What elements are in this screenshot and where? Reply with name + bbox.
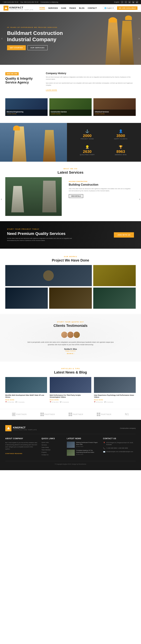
footer-logo-name: KINGFACT bbox=[13, 426, 26, 429]
project-item-2[interactable] bbox=[93, 265, 136, 286]
news-title-1: Monthly Web Development Was WebP State O… bbox=[5, 394, 47, 398]
about-section: Who We Are Quality & Integrity Service A… bbox=[0, 65, 141, 98]
footer-news-title-2: Complete Anatomy Of The Gutenberg WordPr… bbox=[76, 450, 100, 453]
premium-tag: Start Your Project Today bbox=[7, 228, 78, 230]
project-item-3[interactable] bbox=[5, 288, 48, 309]
partner-icon-1: ⚙ bbox=[12, 412, 16, 416]
twitter-icon[interactable]: t bbox=[124, 1, 127, 4]
language-button[interactable]: 🌐 English ▼ bbox=[103, 6, 115, 10]
avatar-2 bbox=[67, 331, 74, 338]
news-comments-3: 💬 0 Comments bbox=[104, 401, 113, 403]
projects-header: Our Works Project We Have Done bbox=[5, 254, 136, 265]
linkedin-icon[interactable]: in bbox=[128, 1, 131, 4]
footer-news-info-1: Making Dashboard Product Pages More Diff… bbox=[76, 442, 100, 448]
nav-pages[interactable]: Pages bbox=[70, 7, 76, 9]
hero-section: 25 Years of Experience We Provide Servic… bbox=[0, 12, 141, 65]
service-card-link-2[interactable]: Learn More bbox=[51, 113, 90, 114]
nav-blog[interactable]: Blog bbox=[79, 7, 84, 9]
partner-2: PARTNER bbox=[40, 412, 55, 416]
language-selector[interactable]: English bbox=[114, 1, 119, 3]
footer-grid: About Company But I must explain to you … bbox=[5, 438, 136, 458]
footer-contact-address: 📍 3/215 Regent St, Ringwood East VIC 313… bbox=[103, 442, 136, 446]
testimonial-text: Sed ut perspiciatis unde omnis iste natu… bbox=[26, 341, 114, 346]
phone-2[interactable]: Fax: 000 (123) 456 78 90 bbox=[20, 1, 38, 3]
stats-section: ⚓ 2000 Project Done 👤 3500 Happy Clients… bbox=[0, 123, 141, 162]
stats-content: ⚓ 2000 Project Done 👤 3500 Happy Clients… bbox=[67, 123, 141, 162]
testimonials-section: Start Your Quote Say Clients Testimonial… bbox=[0, 314, 141, 362]
logo-subtitle: CONSTRUCTION TEMPLATE bbox=[9, 9, 34, 10]
service-card-link-3[interactable]: Learn More bbox=[95, 113, 134, 114]
footer-link-projects[interactable]: Projects bbox=[42, 452, 63, 453]
footer-news-col: Latest News Making Dashboard Product Pag… bbox=[67, 438, 100, 458]
stats-image bbox=[0, 123, 67, 162]
stat-projects-number: 2000 bbox=[72, 134, 102, 138]
youtube-icon[interactable]: yt bbox=[136, 1, 138, 4]
about-tag: Who We Are bbox=[5, 72, 19, 75]
stat-clients-number: 3500 bbox=[106, 134, 136, 138]
hero-buttons: Get Started Our Services bbox=[7, 45, 63, 50]
news-meta-1: 📅 15 Feb 2019 💬 0 Comments bbox=[5, 401, 47, 403]
our-services-button[interactable]: Our Services bbox=[28, 45, 48, 50]
facebook-icon[interactable]: f bbox=[121, 1, 124, 4]
stat-projects: ⚓ 2000 Project Done bbox=[72, 129, 102, 140]
learn-more-link[interactable]: Learn More bbox=[46, 89, 57, 91]
news-comments-2: 💬 0 Comments bbox=[60, 401, 69, 403]
footer-news-title: Latest News bbox=[67, 438, 100, 440]
footer-link-quicklinks[interactable]: Quick Links bbox=[42, 442, 63, 443]
news-readmore-1[interactable]: Read More bbox=[5, 399, 47, 400]
news-card-2: Web Performance For Third Party Scripts … bbox=[50, 377, 92, 403]
news-img-bg-1 bbox=[5, 377, 47, 393]
news-readmore-3[interactable]: Read More bbox=[94, 399, 136, 400]
footer-link-team[interactable]: Team Member bbox=[42, 449, 63, 451]
slide-prev-arrow[interactable]: ‹ bbox=[1, 198, 2, 201]
news-readmore-2[interactable]: Read More bbox=[50, 399, 92, 400]
footer-quicklinks-title: Quick Links bbox=[42, 438, 63, 440]
avatar-1 bbox=[61, 331, 68, 338]
nav-services[interactable]: Services bbox=[48, 7, 58, 9]
stat-awards-label: Awards Won bbox=[106, 154, 136, 156]
footer-contact-title: Contact Us bbox=[103, 438, 136, 440]
phone-icon: 📞 bbox=[103, 447, 105, 449]
slide-bg bbox=[5, 177, 62, 216]
footer-quicklinks-col: Quick Links Quick Links Services Case St… bbox=[42, 438, 63, 458]
partner-3: PARTNER bbox=[68, 412, 83, 416]
top-bar: + 000 (123) 456 78 90 Fax: 000 (123) 456… bbox=[0, 0, 141, 4]
logo-name: KINGFACT bbox=[9, 6, 24, 9]
nav-case[interactable]: Case bbox=[61, 7, 66, 9]
instagram-icon[interactable]: ig bbox=[132, 1, 135, 4]
testimonial-avatars bbox=[26, 331, 114, 338]
service-card-chemical[interactable]: Chemical Services Learn More bbox=[94, 98, 136, 116]
testimonial-author: Sonika D. Silva bbox=[26, 348, 114, 350]
top-bar-right: English f t in ig yt bbox=[114, 1, 138, 4]
service-card-link-1[interactable]: Learn More bbox=[7, 113, 46, 114]
phone-1[interactable]: + 000 (123) 456 78 90 bbox=[3, 1, 18, 3]
hero-next-arrow[interactable]: › bbox=[138, 37, 140, 40]
service-card-electrical[interactable]: Electrical Engineering Learn More bbox=[5, 98, 48, 116]
project-item-5[interactable] bbox=[93, 288, 136, 309]
continue-reading-link[interactable]: Continue Reading bbox=[5, 453, 22, 454]
nav-contact[interactable]: Contact bbox=[88, 7, 97, 9]
news-grid: Monthly Web Development Was WebP State O… bbox=[5, 377, 136, 403]
stat-clients: 👤 3500 Happy Clients bbox=[106, 129, 136, 140]
hero-illustration bbox=[88, 12, 141, 65]
stat-staff-icon: 👷 bbox=[72, 145, 102, 149]
hero-prev-arrow[interactable]: ‹ bbox=[2, 37, 2, 40]
news-title: Latest News & Blog bbox=[5, 370, 136, 374]
slide-next-arrow[interactable]: › bbox=[139, 198, 140, 201]
project-item-1[interactable] bbox=[5, 265, 92, 286]
project-item-4[interactable] bbox=[49, 288, 92, 309]
footer-logo[interactable]: KINGFACT CONSTRUCTION TEMPLATE bbox=[5, 425, 37, 431]
footer-link-case[interactable]: Case Study bbox=[42, 446, 63, 448]
partner-icon-2 bbox=[40, 412, 44, 416]
available-button[interactable]: We Are Available bbox=[117, 6, 138, 10]
get-started-button[interactable]: Get Started bbox=[7, 45, 26, 50]
join-button[interactable]: Join With Us bbox=[114, 232, 134, 238]
projects-section: Our Works Project We Have Done bbox=[0, 249, 141, 314]
news-title-3: User Experience Psychology And Performan… bbox=[94, 394, 136, 398]
nav-home[interactable]: Home bbox=[40, 7, 45, 10]
service-card-construction[interactable]: Construction Service Learn More bbox=[49, 98, 92, 116]
view-details-button[interactable]: View Details bbox=[69, 194, 83, 198]
logo[interactable]: KINGFACT CONSTRUCTION TEMPLATE bbox=[4, 6, 34, 10]
footer-link-services[interactable]: Services bbox=[42, 444, 63, 446]
footer-link-contact[interactable]: Contact Us bbox=[42, 454, 63, 456]
